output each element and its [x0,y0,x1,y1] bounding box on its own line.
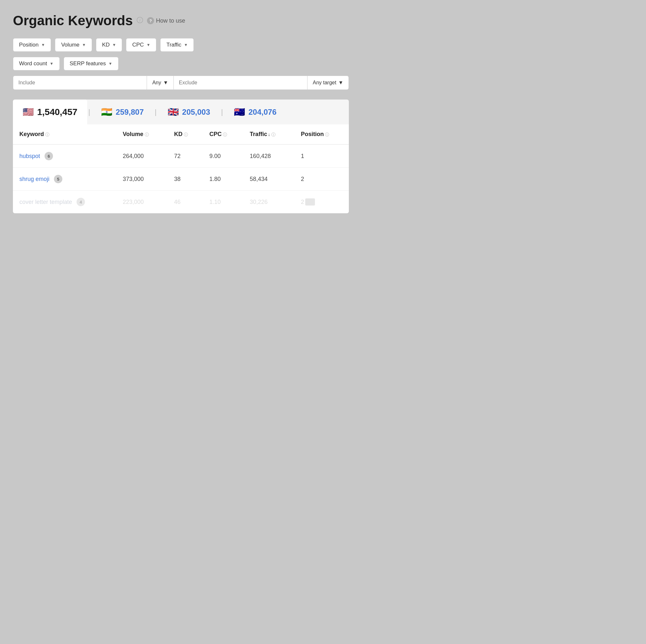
flag-icon-3: 🇦🇺 [234,107,245,117]
filter-label-word_count: Word count [19,61,47,67]
table-container: KeywordⓘVolumeⓘKDⓘCPCⓘTraffic↓ⓘPositionⓘ… [13,124,349,213]
chevron-icon-position: ▼ [41,42,45,47]
how-to-use-link[interactable]: ? How to use [147,17,185,24]
filter-label-traffic: Traffic [166,42,181,48]
keyword-badge-2: 4 [77,198,85,206]
table-header-row: KeywordⓘVolumeⓘKDⓘCPCⓘTraffic↓ⓘPositionⓘ [13,124,349,145]
filter-label-kd: KD [102,42,110,48]
filter-label-serp_features: SERP features [70,61,106,67]
keyword-cell-2: cover letter template4 [13,191,116,213]
chevron-icon-volume: ▼ [82,42,86,47]
keyword-badge-0: 6 [44,152,53,160]
filter-row-1: Position▼Volume▼KD▼CPC▼Traffic▼ [13,38,349,52]
th-info-kd: ⓘ [184,132,188,137]
chevron-icon-traffic: ▼ [184,42,188,47]
include-field-wrapper [13,76,147,90]
position-value-2: 2 [301,199,304,205]
question-icon: ? [147,17,154,24]
keyword-link-2[interactable]: cover letter template [19,199,72,205]
filter-btn-traffic[interactable]: Traffic▼ [160,38,194,52]
keyword-link-0[interactable]: hubspot [19,153,40,160]
th-label-traffic: Traffic [250,131,267,137]
country-separator: | [87,108,92,116]
traffic-cell-1: 58,434 [243,168,294,191]
volume-cell-0: 264,000 [116,145,168,168]
svg-text:i: i [139,18,140,23]
traffic-cell-2: 30,226 [243,191,294,213]
country-bar: 🇺🇸1,540,457|🇮🇳259,807|🇬🇧205,003|🇦🇺204,07… [13,99,349,124]
th-info-position: ⓘ [325,132,329,137]
filter-label-volume: Volume [61,42,80,48]
cpc-cell-0: 9.00 [203,145,243,168]
chevron-icon-serp_features: ▼ [109,62,112,66]
table-row: cover letter template4223,000461.1030,22… [13,191,349,213]
position-cell-2: 212 [294,191,349,213]
filter-btn-volume[interactable]: Volume▼ [55,38,92,52]
include-input[interactable] [18,80,141,86]
sort-arrow-traffic: ↓ [268,132,270,137]
table-row: shrug emoji5373,000381.8058,4342 [13,168,349,191]
th-label-cpc: CPC [209,131,222,137]
chevron-icon-kd: ▼ [112,42,116,47]
search-row: Any ▼ Any target ▼ [13,76,349,90]
volume-cell-2: 223,000 [116,191,168,213]
flag-icon-2: 🇬🇧 [168,107,179,117]
cpc-cell-2: 1.10 [203,191,243,213]
cpc-cell-1: 1.80 [203,168,243,191]
th-label-kd: KD [174,131,183,137]
keyword-cell-0: hubspot6 [13,145,116,168]
exclude-field-wrapper [174,76,308,90]
th-info-keyword: ⓘ [45,132,49,137]
th-kd[interactable]: KDⓘ [168,124,203,145]
page-title: Organic Keywords [13,13,133,28]
country-count-0: 1,540,457 [37,107,78,117]
country-item-2[interactable]: 🇬🇧205,003 [158,99,220,124]
th-keyword[interactable]: Keywordⓘ [13,124,116,145]
country-count-2: 205,003 [182,108,210,117]
kd-cell-0: 72 [168,145,203,168]
page-title-area: Organic Keywords i ? How to use [13,13,349,28]
country-separator: | [153,108,158,116]
th-position[interactable]: Positionⓘ [294,124,349,145]
filter-btn-serp_features[interactable]: SERP features▼ [64,57,119,71]
chevron-icon-cpc: ▼ [146,42,150,47]
country-item-0[interactable]: 🇺🇸1,540,457 [13,99,87,124]
th-info-cpc: ⓘ [223,132,227,137]
th-volume[interactable]: Volumeⓘ [116,124,168,145]
keyword-link-1[interactable]: shrug emoji [19,176,49,183]
position-cell-0: 1 [294,145,349,168]
country-count-1: 259,807 [116,108,144,117]
flag-icon-1: 🇮🇳 [101,107,112,117]
exclude-input[interactable] [179,80,302,86]
th-info-traffic: ⓘ [271,132,276,137]
filter-btn-kd[interactable]: KD▼ [96,38,122,52]
kd-cell-1: 38 [168,168,203,191]
th-label-volume: Volume [123,131,143,137]
filter-btn-word_count[interactable]: Word count▼ [13,57,60,71]
keywords-table: KeywordⓘVolumeⓘKDⓘCPCⓘTraffic↓ⓘPositionⓘ… [13,124,349,213]
volume-cell-1: 373,000 [116,168,168,191]
filter-row-2: Word count▼SERP features▼ [13,57,349,71]
country-item-1[interactable]: 🇮🇳259,807 [91,99,153,124]
keyword-cell-1: shrug emoji5 [13,168,116,191]
blurred-position: 12 [305,198,315,205]
any-target-chevron-icon: ▼ [338,80,343,86]
th-traffic[interactable]: Traffic↓ⓘ [243,124,294,145]
country-separator: | [220,108,224,116]
th-label-position: Position [301,131,324,137]
th-label-keyword: Keyword [19,131,44,137]
th-cpc[interactable]: CPCⓘ [203,124,243,145]
any-chevron-icon: ▼ [163,80,168,86]
any-target-dropdown[interactable]: Any target ▼ [308,76,348,90]
filter-label-position: Position [19,42,38,48]
country-item-3[interactable]: 🇦🇺204,076 [224,99,286,124]
chevron-icon-word_count: ▼ [50,62,53,66]
filter-label-cpc: CPC [132,42,144,48]
filter-btn-cpc[interactable]: CPC▼ [126,38,156,52]
kd-cell-2: 46 [168,191,203,213]
any-dropdown[interactable]: Any ▼ [147,76,174,90]
traffic-cell-0: 160,428 [243,145,294,168]
title-info-icon[interactable]: i [137,17,143,25]
keyword-badge-1: 5 [54,175,62,183]
filter-btn-position[interactable]: Position▼ [13,38,51,52]
